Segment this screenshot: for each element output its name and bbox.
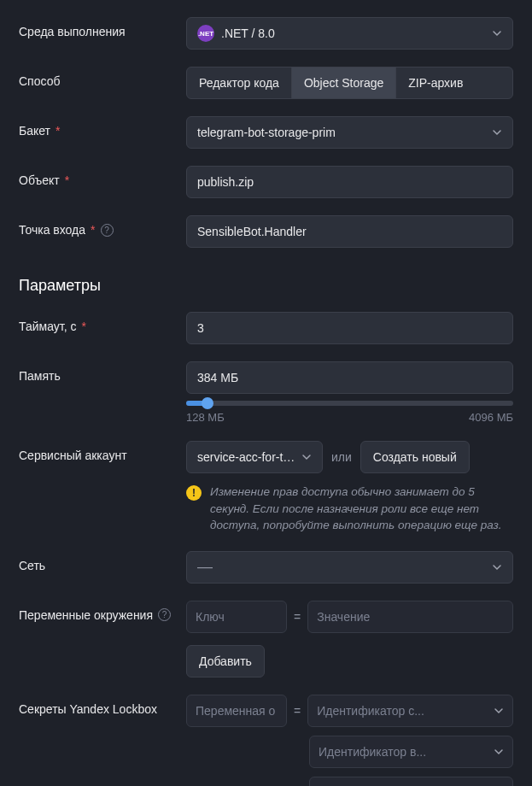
- timeout-input[interactable]: [186, 312, 513, 344]
- warning-text: Изменение прав доступа обычно занимает д…: [210, 484, 513, 534]
- lockbox-var-input[interactable]: [186, 695, 287, 727]
- lockbox-secret-id-select[interactable]: Идентификатор с...: [307, 695, 513, 727]
- method-option-object-storage[interactable]: Object Storage: [292, 67, 396, 98]
- required-star: *: [56, 124, 60, 138]
- chevron-down-icon: [494, 747, 504, 757]
- env-key-input[interactable]: [186, 601, 287, 633]
- chevron-down-icon: [494, 706, 504, 716]
- help-icon[interactable]: ?: [158, 608, 171, 621]
- equals-sign: =: [294, 610, 301, 624]
- timeout-label: Таймаут, с*: [19, 312, 186, 333]
- method-label: Способ: [19, 67, 186, 88]
- service-account-label: Сервисный аккаунт: [19, 441, 186, 462]
- bucket-value: telegram-bot-storage-prim: [197, 126, 336, 139]
- chevron-down-icon: [301, 452, 312, 462]
- method-option-code-editor[interactable]: Редактор кода: [187, 67, 292, 98]
- lockbox-version-id-placeholder: Идентификатор в...: [319, 745, 426, 759]
- memory-input[interactable]: [186, 361, 513, 394]
- required-star: *: [81, 320, 85, 333]
- object-label: Объект*: [19, 166, 186, 187]
- chevron-down-icon: [492, 28, 502, 38]
- or-separator: или: [331, 450, 352, 464]
- method-segmented: Редактор кода Object Storage ZIP-архив: [186, 67, 513, 99]
- service-account-value: service-acc-for-tel...: [197, 450, 301, 464]
- memory-min-label: 128 МБ: [186, 411, 225, 424]
- chevron-down-icon: [492, 127, 502, 138]
- lockbox-secret-key-select[interactable]: Ключ секрета: [309, 777, 513, 786]
- env-value-input[interactable]: [307, 601, 513, 633]
- create-new-button[interactable]: Создать новый: [360, 441, 470, 473]
- chevron-down-icon: [492, 562, 502, 572]
- memory-slider-labels: 128 МБ 4096 МБ: [186, 411, 513, 424]
- lockbox-label: Секреты Yandex Lockbox: [19, 695, 186, 716]
- warning-icon: !: [186, 485, 202, 501]
- entrypoint-label: Точка входа* ?: [19, 215, 186, 237]
- lockbox-version-id-select[interactable]: Идентификатор в...: [309, 736, 513, 768]
- runtime-select[interactable]: .NET .NET / 8.0: [186, 17, 513, 50]
- runtime-value: .NET / 8.0: [221, 26, 275, 40]
- lockbox-secret-id-placeholder: Идентификатор с...: [317, 704, 424, 718]
- method-option-zip-archive[interactable]: ZIP-архив: [396, 67, 475, 98]
- service-account-select[interactable]: service-acc-for-tel...: [186, 441, 323, 473]
- memory-label: Память: [19, 361, 186, 383]
- bucket-label: Бакет*: [19, 116, 186, 138]
- bucket-select[interactable]: telegram-bot-storage-prim: [186, 116, 513, 149]
- memory-max-label: 4096 МБ: [469, 411, 513, 424]
- memory-slider[interactable]: [186, 401, 513, 406]
- help-icon[interactable]: ?: [101, 224, 114, 237]
- network-value: —: [197, 558, 213, 576]
- equals-sign: =: [294, 704, 301, 718]
- entrypoint-input[interactable]: [186, 215, 513, 248]
- env-vars-label: Переменные окружения ?: [19, 601, 186, 622]
- memory-slider-thumb[interactable]: [202, 397, 213, 409]
- dotnet-icon: .NET: [197, 25, 214, 42]
- network-select[interactable]: —: [186, 551, 513, 584]
- required-star: *: [91, 223, 95, 237]
- runtime-label: Среда выполнения: [19, 17, 186, 38]
- section-parameters: Параметры: [19, 277, 513, 295]
- network-label: Сеть: [19, 551, 186, 572]
- env-add-button[interactable]: Добавить: [186, 645, 265, 677]
- required-star: *: [65, 173, 69, 187]
- object-input[interactable]: [186, 166, 513, 198]
